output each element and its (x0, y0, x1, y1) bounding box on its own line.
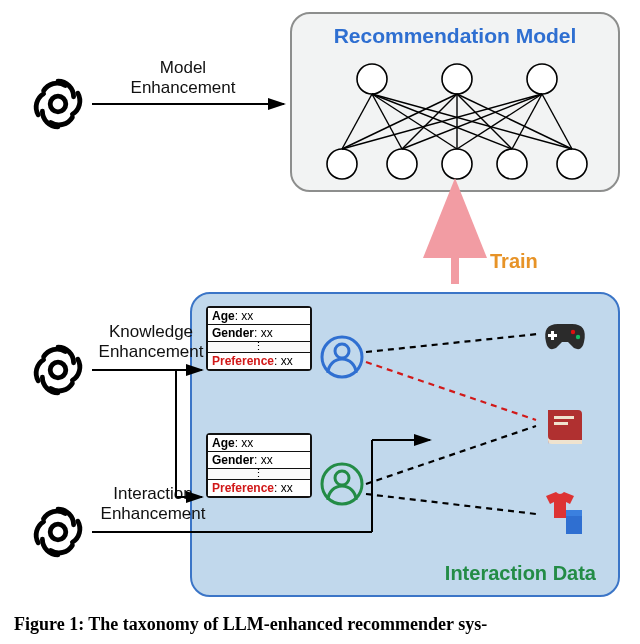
age-key: Age (212, 436, 235, 450)
knowledge-enhancement-label: Knowledge Enhancement (96, 322, 206, 361)
figure-caption: Figure 1: The taxonomy of LLM-enhanced r… (14, 614, 626, 635)
gender-key: Gender (212, 326, 254, 340)
svg-line-8 (342, 94, 372, 149)
user-profile-card: Age: xx Gender: xx ⋮ Preference: xx (206, 433, 312, 498)
clothes-icon (540, 490, 590, 538)
svg-line-18 (342, 94, 542, 149)
svg-point-3 (327, 149, 357, 179)
game-controller-icon (540, 312, 590, 360)
svg-rect-34 (554, 416, 574, 419)
preference-key: Preference (212, 481, 274, 495)
user-icon (320, 335, 364, 379)
gender-val: : xx (254, 326, 273, 340)
age-val: : xx (235, 436, 254, 450)
svg-rect-31 (548, 334, 557, 337)
preference-val: : xx (274, 481, 293, 495)
openai-logo-icon (28, 340, 88, 400)
model-enhancement-label: Model Enhancement (118, 58, 248, 97)
svg-point-5 (442, 149, 472, 179)
svg-rect-35 (554, 422, 568, 425)
svg-point-29 (335, 471, 349, 485)
svg-point-23 (50, 96, 66, 112)
gender-key: Gender (212, 453, 254, 467)
svg-point-6 (497, 149, 527, 179)
openai-logo-icon (28, 502, 88, 562)
svg-point-27 (335, 344, 349, 358)
train-label: Train (490, 250, 538, 273)
svg-rect-37 (566, 510, 582, 516)
age-key: Age (212, 309, 235, 323)
svg-line-21 (512, 94, 542, 149)
svg-line-16 (457, 94, 512, 149)
ellipsis: ⋮ (208, 469, 310, 480)
user-profile-card: Age: xx Gender: xx ⋮ Preference: xx (206, 306, 312, 371)
svg-point-32 (571, 330, 575, 334)
openai-logo-icon (28, 74, 88, 134)
svg-point-33 (576, 335, 580, 339)
svg-point-25 (50, 524, 66, 540)
gender-val: : xx (254, 453, 273, 467)
svg-point-4 (387, 149, 417, 179)
svg-point-1 (442, 64, 472, 94)
svg-line-22 (542, 94, 572, 149)
recommendation-model-panel: Recommendation Model (290, 12, 620, 192)
neural-network-graph (302, 54, 612, 189)
preference-val: : xx (274, 354, 293, 368)
svg-point-7 (557, 149, 587, 179)
user-icon (320, 462, 364, 506)
book-icon (540, 402, 590, 450)
svg-line-19 (402, 94, 542, 149)
preference-key: Preference (212, 354, 274, 368)
interaction-enhancement-label: Interaction Enhancement (98, 484, 208, 523)
svg-point-0 (357, 64, 387, 94)
svg-line-9 (372, 94, 402, 149)
svg-line-14 (402, 94, 457, 149)
svg-point-24 (50, 362, 66, 378)
interaction-data-title: Interaction Data (445, 562, 596, 585)
svg-point-2 (527, 64, 557, 94)
ellipsis: ⋮ (208, 342, 310, 353)
age-val: : xx (235, 309, 254, 323)
recommendation-model-title: Recommendation Model (292, 14, 618, 48)
